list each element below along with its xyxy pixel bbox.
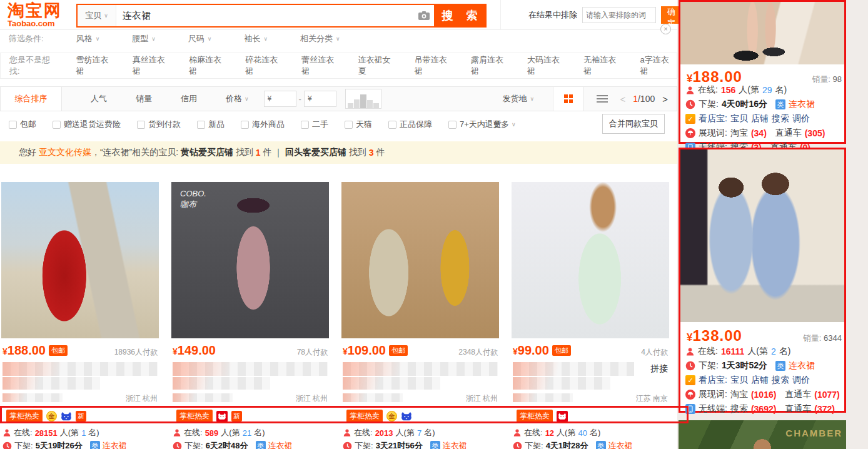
camera-icon[interactable] (414, 5, 434, 26)
filter-label: 筛选条件: (9, 33, 44, 44)
shop-tool-links: ✓ 看店宝:宝贝店铺搜索调价 (685, 113, 840, 124)
censored-title (513, 362, 634, 376)
checkbox-secondhand[interactable]: 二手 (301, 119, 328, 130)
product-card[interactable]: ¥99.00 包邮 4人付款 拼接 江苏 南京 掌柜热卖 在线:12人(第40名… (512, 182, 669, 449)
kdb-search-link[interactable]: 搜索 (772, 375, 789, 386)
suggestion-link[interactable]: 真丝连衣裙 (133, 54, 173, 77)
product-card[interactable]: ¥109.00 包邮 2348人付款 浙江 杭州 掌柜热卖 金 在线:2013人… (341, 182, 499, 449)
checkbox-cod[interactable]: 货到付款 (137, 119, 181, 130)
category-link[interactable]: 连衣裙 (443, 440, 467, 449)
shop-name-link[interactable]: 亚文文化传媒 (39, 147, 91, 158)
suggestion-link[interactable]: 无袖连衣裙 (583, 54, 623, 77)
suggestion-link[interactable]: 露肩连衣裙 (471, 54, 511, 77)
sort-credit-tab[interactable]: 信用 (181, 93, 197, 104)
sort-composite-tab[interactable]: 综合排序 (1, 87, 62, 111)
kdb-shop-link[interactable]: 店铺 (751, 375, 769, 386)
price-row: ¥188.00 包邮 18936人付款 (3, 343, 158, 358)
grid-view-toggle[interactable] (553, 87, 584, 111)
suggestion-link[interactable]: 碎花连衣裙 (245, 54, 285, 77)
checkbox-free-shipping[interactable]: 包邮 (9, 119, 36, 130)
close-icon[interactable]: × (660, 24, 671, 34)
kdb-price-link[interactable]: 调价 (792, 375, 810, 386)
next-page-icon[interactable]: > (662, 94, 668, 104)
product-price: 99.00 (518, 343, 549, 358)
category-link[interactable]: 连衣裙 (103, 440, 127, 449)
search-box: 宝贝 ∨ 搜 索 (76, 4, 487, 28)
more-filters-dropdown[interactable]: 更多∨ (493, 119, 516, 130)
checkbox-return-insurance[interactable]: 赠送退货运费险 (53, 119, 121, 130)
buyer-count: 18936人付款 (114, 347, 158, 358)
taobao-logo[interactable]: 淘宝网 Taobao.com (8, 3, 62, 28)
sort-sales-tab[interactable]: 销量 (136, 93, 152, 104)
suggestion-link[interactable]: 蕾丝连衣裙 (301, 54, 341, 77)
sidebar-product-panel: ¥138.00 销量: 6344 在线:16111人(第2名) 下架:1天3时5… (679, 148, 846, 413)
kdb-item-link[interactable]: 宝贝 (730, 113, 748, 124)
ship-from-dropdown[interactable]: 发货地∨ (502, 93, 534, 104)
product-image[interactable] (341, 182, 499, 338)
search-input[interactable] (116, 5, 414, 26)
filter-related-category[interactable]: 相关分类∨ (300, 33, 340, 44)
tmall-cat-blue-icon (61, 411, 72, 421)
filter-style[interactable]: 风格∨ (76, 33, 100, 44)
kdb-price-link[interactable]: 调价 (792, 113, 810, 124)
offshelf-stat: 下架:4天1时28分 类连衣裙 (513, 440, 633, 449)
main-content: 淘宝网 Taobao.com 宝贝 ∨ 搜 索 在结果中排除 确定 × (0, 0, 677, 449)
price-min-input[interactable] (264, 91, 296, 107)
sidebar-product-image[interactable] (680, 149, 844, 322)
suggestion-link[interactable]: 连衣裙女夏 (358, 54, 398, 77)
exclude-section: 在结果中排除 确定 (500, 0, 677, 30)
filter-sleeve[interactable]: 袖长∨ (244, 33, 268, 44)
filter-size[interactable]: 尺码∨ (188, 33, 212, 44)
sidebar-partial-image[interactable]: CHAMBER (679, 420, 846, 449)
category-link[interactable]: 连衣裙 (608, 440, 633, 449)
suggestion-link[interactable]: a字连衣裙 (640, 54, 677, 77)
sort-price-tab[interactable]: 价格∨ (226, 93, 249, 104)
exclude-label: 在结果中排除 (528, 9, 577, 21)
online-stat: 在线:2013人(第7名) (343, 427, 435, 438)
price-histogram-icon[interactable] (345, 89, 381, 109)
product-image[interactable]: COBO.咖布 (171, 182, 329, 338)
checkbox-tmall[interactable]: 天猫 (345, 119, 372, 130)
checkbox-icon (388, 121, 396, 129)
suggestion-link[interactable]: 棉麻连衣裙 (189, 54, 229, 77)
sidebar-product-image[interactable] (680, 2, 844, 64)
impression-words-stat: 展现词:淘宝(34) 直通车(305) (685, 128, 840, 139)
category-link[interactable]: 连衣裙 (789, 99, 815, 110)
product-card[interactable]: COBO.咖布 ¥149.00 78人付款 浙江 杭州 掌柜热卖 新 在线:58… (171, 182, 329, 449)
kdb-item-link[interactable]: 宝贝 (730, 375, 748, 386)
price-row: ¥99.00 包邮 4人付款 (513, 343, 668, 358)
checkbox-new[interactable]: 新品 (197, 119, 225, 130)
filter-waist[interactable]: 腰型∨ (132, 33, 156, 44)
list-view-toggle[interactable] (597, 95, 608, 103)
person-icon (3, 428, 11, 437)
product-image[interactable] (512, 182, 669, 338)
merge-same-items-button[interactable]: 合并同款宝贝 (602, 114, 665, 134)
search-category-dropdown[interactable]: 宝贝 ∨ (78, 5, 116, 26)
censored-title (3, 362, 158, 376)
category-link[interactable]: 连衣裙 (268, 440, 293, 449)
price-max-input[interactable] (304, 91, 336, 107)
checkbox-authentic[interactable]: 正品保障 (388, 119, 432, 130)
prev-page-icon[interactable]: < (620, 94, 625, 104)
suggestion-link[interactable]: 雪纺连衣裙 (76, 54, 116, 77)
checkbox-icon (448, 121, 457, 129)
exclude-input[interactable] (582, 7, 656, 23)
checkbox-overseas[interactable]: 海外商品 (241, 119, 285, 130)
censored-title (343, 362, 498, 376)
buyer-count: 78人付款 (297, 347, 328, 358)
product-image[interactable] (1, 182, 159, 338)
suggestion-link[interactable]: 大码连衣裙 (527, 54, 567, 77)
product-card[interactable]: ¥188.00 包邮 18936人付款 浙江 杭州 掌柜热卖 金 新 在线:28… (1, 182, 159, 449)
kdb-shop-link[interactable]: 店铺 (751, 113, 769, 124)
suggestion-link[interactable]: 吊带连衣裙 (415, 54, 455, 77)
sort-popularity-tab[interactable]: 人气 (91, 93, 107, 104)
chevron-down-icon: ∨ (530, 96, 534, 102)
new-badge: 新 (76, 411, 86, 421)
category-link[interactable]: 连衣裙 (789, 360, 815, 371)
online-stat: 在线:16111人(第2名) (685, 346, 840, 357)
kdb-search-link[interactable]: 搜索 (772, 113, 789, 124)
category-badge: 类 (90, 441, 100, 449)
search-button[interactable]: 搜 索 (434, 5, 485, 26)
shop-tool-icon: ✓ (685, 114, 695, 124)
hot-sale-badge: 掌柜热卖 (176, 410, 213, 423)
